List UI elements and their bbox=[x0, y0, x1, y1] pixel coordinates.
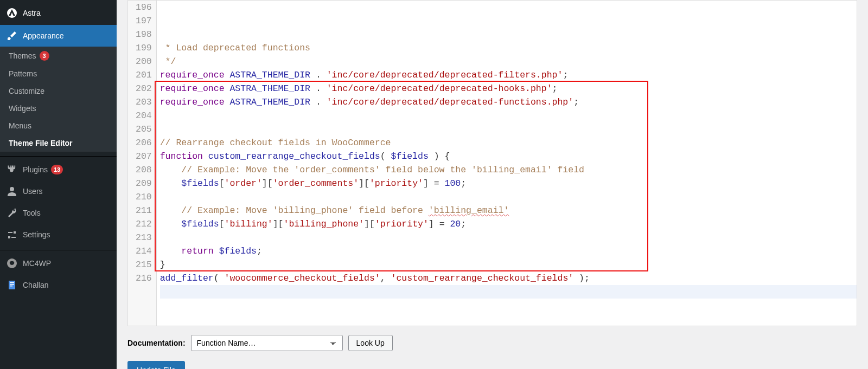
submenu-item-customize[interactable]: Customize bbox=[0, 82, 117, 100]
code-editor-wrap: 1961971981992002012022032042052062072082… bbox=[127, 0, 857, 326]
sidebar-item-label: MC4WP bbox=[23, 259, 51, 268]
sidebar-item-label: Users bbox=[23, 187, 43, 196]
code-editor[interactable]: 1961971981992002012022032042052062072082… bbox=[128, 1, 857, 326]
sliders-icon bbox=[7, 229, 17, 240]
plugin-icon bbox=[7, 164, 17, 175]
sidebar-item-mc4wp[interactable]: MC4WP bbox=[0, 253, 117, 274]
svg-point-1 bbox=[10, 187, 14, 191]
sidebar-item-label: Settings bbox=[23, 230, 50, 239]
sidebar-item-settings[interactable]: Settings bbox=[0, 224, 117, 245]
submenu-label: Patterns bbox=[9, 69, 37, 78]
submenu-item-patterns[interactable]: Patterns bbox=[0, 65, 117, 82]
sidebar-item-challan[interactable]: Challan bbox=[0, 274, 117, 296]
sidebar-item-label: Plugins bbox=[23, 165, 48, 174]
documentation-row: Documentation: Function Name… Look Up bbox=[127, 335, 857, 351]
svg-rect-5 bbox=[10, 284, 14, 285]
update-file-button[interactable]: Update File bbox=[127, 361, 185, 369]
documentation-label: Documentation: bbox=[127, 339, 186, 347]
lookup-button[interactable]: Look Up bbox=[348, 335, 393, 351]
update-badge: 13 bbox=[51, 165, 63, 174]
admin-sidebar: Astra Appearance Themes 3 Patterns Custo… bbox=[0, 0, 117, 369]
sidebar-item-label: Appearance bbox=[23, 31, 64, 40]
svg-rect-4 bbox=[10, 282, 14, 283]
submenu-label: Theme File Editor bbox=[9, 139, 72, 147]
invoice-icon bbox=[7, 280, 17, 290]
sidebar-item-users[interactable]: Users bbox=[0, 180, 117, 202]
function-name-select[interactable]: Function Name… bbox=[191, 335, 343, 351]
sidebar-item-label: Challan bbox=[23, 281, 48, 289]
wrench-icon bbox=[7, 208, 17, 218]
code-content[interactable]: * Load deprecated functions */require_on… bbox=[157, 1, 857, 326]
brush-icon bbox=[7, 30, 17, 41]
svg-rect-6 bbox=[10, 286, 12, 287]
line-number-gutter: 1961971981992002012022032042052062072082… bbox=[128, 1, 157, 326]
submenu-label: Menus bbox=[9, 121, 31, 130]
appearance-submenu: Themes 3 Patterns Customize Widgets Menu… bbox=[0, 47, 117, 152]
submenu-label: Themes bbox=[9, 51, 36, 60]
sidebar-item-appearance[interactable]: Appearance bbox=[0, 25, 117, 47]
sidebar-item-astra[interactable]: Astra bbox=[0, 0, 117, 25]
mailchimp-icon bbox=[7, 258, 17, 269]
sidebar-separator bbox=[0, 248, 117, 250]
submenu-item-themes[interactable]: Themes 3 bbox=[0, 47, 117, 65]
sidebar-item-tools[interactable]: Tools bbox=[0, 202, 117, 224]
main-content: 1961971981992002012022032042052062072082… bbox=[117, 0, 868, 369]
update-badge: 3 bbox=[40, 51, 49, 61]
sidebar-item-label: Astra bbox=[23, 9, 41, 17]
submenu-label: Widgets bbox=[9, 104, 36, 113]
submenu-item-menus[interactable]: Menus bbox=[0, 117, 117, 134]
submenu-label: Customize bbox=[9, 87, 44, 95]
user-icon bbox=[7, 186, 17, 197]
sidebar-item-plugins[interactable]: Plugins 13 bbox=[0, 159, 117, 180]
submenu-item-widgets[interactable]: Widgets bbox=[0, 100, 117, 117]
sidebar-item-label: Tools bbox=[23, 209, 41, 217]
svg-rect-3 bbox=[9, 281, 15, 289]
astra-icon bbox=[7, 8, 17, 18]
submenu-item-theme-file-editor[interactable]: Theme File Editor bbox=[0, 134, 117, 152]
sidebar-separator bbox=[0, 154, 117, 157]
